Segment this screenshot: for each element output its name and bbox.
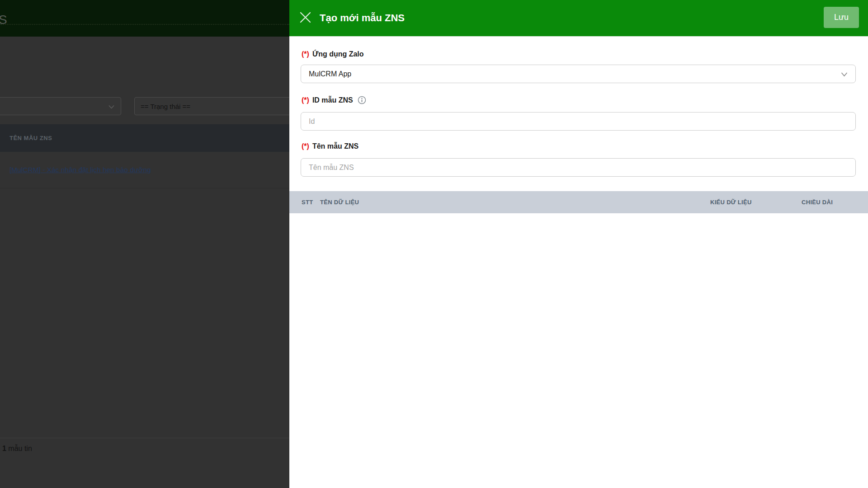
- close-icon: [299, 11, 311, 25]
- chevron-down-icon: [108, 103, 115, 111]
- zns-id-label: (*) ID mẫu ZNS: [302, 96, 366, 104]
- save-button[interactable]: Lưu: [824, 7, 859, 28]
- required-mark: (*): [302, 142, 309, 150]
- status-filter-value: == Trạng thái ==: [141, 103, 190, 110]
- zns-id-input[interactable]: [301, 112, 856, 131]
- zns-template-link: [MulCRM] - Xác nhận đặt lịch hẹn bảo dưỡ…: [9, 166, 151, 174]
- zns-name-label-text: Tên mẫu ZNS: [312, 142, 359, 150]
- required-mark: (*): [302, 50, 309, 58]
- record-count-label: mẫu tin: [6, 445, 32, 452]
- drawer-header: Tạo mới mẫu ZNS Lưu: [289, 0, 868, 37]
- column-kieu-du-lieu: KIỂU DỮ LIỆU: [710, 191, 752, 213]
- table-row: [MulCRM] - Xác nhận đặt lịch hẹn bảo dưỡ…: [0, 152, 289, 188]
- required-mark: (*): [302, 96, 309, 104]
- background-appbar: S: [0, 0, 289, 37]
- column-ten-du-lieu: TÊN DỮ LIỆU: [320, 191, 359, 213]
- column-ten-mau-zns: TÊN MẪU ZNS: [9, 135, 52, 141]
- column-stt: STT: [302, 191, 313, 213]
- zns-id-label-text: ID mẫu ZNS: [312, 96, 353, 104]
- background-filter-select: [0, 97, 121, 115]
- background-table-header: TÊN MẪU ZNS: [0, 124, 289, 152]
- zns-name-label: (*) Tên mẫu ZNS: [302, 142, 359, 150]
- zns-name-input[interactable]: [301, 158, 856, 177]
- zalo-app-select[interactable]: MulCRM App: [301, 65, 856, 83]
- zalo-app-label-text: Ứng dụng Zalo: [312, 50, 364, 58]
- column-chieu-dai: CHIỀU DÀI: [802, 191, 833, 213]
- modal-backdrop[interactable]: S == Trạng thái == TÊN MẪU ZNS [MulCRM] …: [0, 0, 289, 488]
- footer-divider: [0, 438, 289, 438]
- close-button[interactable]: [297, 10, 313, 26]
- drawer-title: Tạo mới mẫu ZNS: [320, 0, 405, 36]
- params-table-header: STT TÊN DỮ LIỆU KIỂU DỮ LIỆU CHIỀU DÀI: [289, 191, 868, 213]
- record-count: 1 mẫu tin: [2, 445, 32, 453]
- background-tab-underline: [0, 24, 289, 25]
- create-zns-template-drawer: Tạo mới mẫu ZNS Lưu (*) Ứng dụng Zalo Mu…: [289, 0, 868, 488]
- chevron-down-icon: [840, 70, 849, 79]
- info-icon[interactable]: [358, 96, 366, 104]
- zalo-app-label: (*) Ứng dụng Zalo: [302, 50, 364, 58]
- screen: S == Trạng thái == TÊN MẪU ZNS [MulCRM] …: [0, 0, 868, 488]
- background-page-title-partial: S: [0, 13, 7, 27]
- record-count-number: 1: [2, 445, 6, 452]
- zalo-app-select-value: MulCRM App: [309, 70, 351, 78]
- background-status-filter-select: == Trạng thái ==: [134, 97, 289, 115]
